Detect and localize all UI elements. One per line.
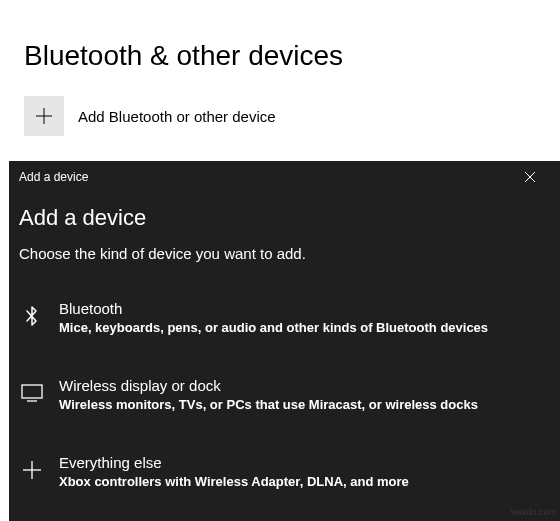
settings-page: Bluetooth & other devices Add Bluetooth … [0,0,560,136]
dialog-titlebar: Add a device [9,161,560,193]
bluetooth-icon [19,303,45,329]
plus-icon [24,96,64,136]
dialog-heading: Add a device [19,205,550,231]
option-everything-else[interactable]: Everything else Xbox controllers with Wi… [19,444,550,499]
add-device-button[interactable]: Add Bluetooth or other device [24,96,560,136]
option-wireless-display[interactable]: Wireless display or dock Wireless monito… [19,367,550,422]
monitor-icon [19,380,45,406]
dialog-subheading: Choose the kind of device you want to ad… [19,245,550,262]
option-bluetooth[interactable]: Bluetooth Mice, keyboards, pens, or audi… [19,290,550,345]
option-text: Everything else Xbox controllers with Wi… [59,454,550,489]
add-device-label: Add Bluetooth or other device [78,108,276,125]
option-desc: Mice, keyboards, pens, or audio and othe… [59,320,550,335]
add-device-dialog: Add a device Add a device Choose the kin… [9,161,560,521]
close-icon [524,171,536,183]
option-desc: Wireless monitors, TVs, or PCs that use … [59,397,550,412]
dialog-titlebar-title: Add a device [19,170,88,184]
option-title: Bluetooth [59,300,550,317]
option-desc: Xbox controllers with Wireless Adapter, … [59,474,550,489]
page-title: Bluetooth & other devices [24,40,560,72]
option-title: Everything else [59,454,550,471]
option-title: Wireless display or dock [59,377,550,394]
svg-rect-4 [22,385,42,398]
option-text: Wireless display or dock Wireless monito… [59,377,550,412]
close-button[interactable] [510,161,550,193]
option-text: Bluetooth Mice, keyboards, pens, or audi… [59,300,550,335]
dialog-body: Add a device Choose the kind of device y… [9,193,560,499]
plus-icon [19,457,45,483]
